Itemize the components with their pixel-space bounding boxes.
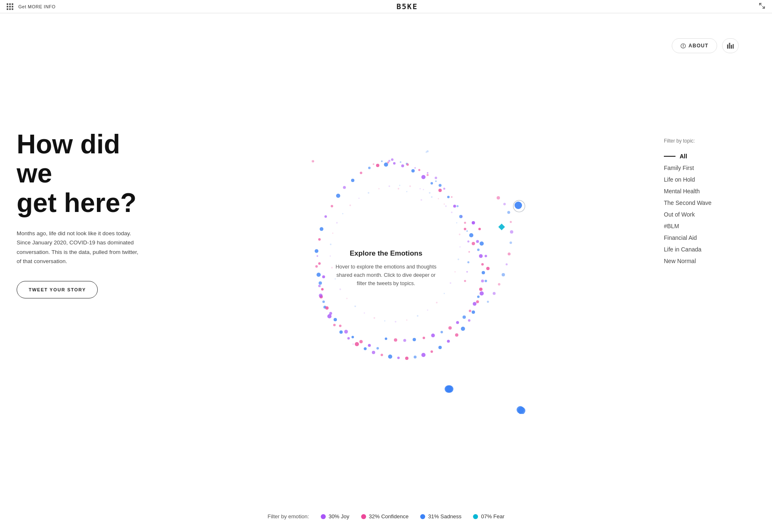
svg-point-26 xyxy=(478,228,481,230)
grid-icon[interactable] xyxy=(7,3,13,10)
filter-item-family-first[interactable]: Family First xyxy=(664,162,747,174)
svg-rect-2 xyxy=(729,43,730,49)
svg-point-116 xyxy=(482,271,485,274)
svg-point-170 xyxy=(384,320,386,322)
sadness-label: 31% Sadness xyxy=(428,513,461,520)
svg-point-41 xyxy=(431,350,433,353)
svg-point-138 xyxy=(388,160,391,162)
svg-point-101 xyxy=(339,325,341,327)
svg-point-29 xyxy=(480,241,484,246)
svg-point-69 xyxy=(451,196,453,198)
svg-point-171 xyxy=(374,317,375,319)
svg-point-159 xyxy=(459,234,460,235)
header-buttons: ABOUT xyxy=(672,38,739,53)
svg-point-184 xyxy=(359,198,360,199)
svg-point-91 xyxy=(317,255,318,257)
svg-point-72 xyxy=(464,222,466,224)
emotion-sadness[interactable]: 31% Sadness xyxy=(420,513,461,520)
svg-point-53 xyxy=(333,324,336,326)
svg-point-126 xyxy=(431,334,435,337)
svg-point-10 xyxy=(411,169,415,172)
svg-point-96 xyxy=(319,294,323,298)
svg-point-58 xyxy=(317,273,321,277)
chart-button[interactable] xyxy=(722,38,739,53)
svg-point-162 xyxy=(455,271,456,273)
svg-point-123 xyxy=(456,321,459,324)
filter-item-new-normal[interactable]: New Normal xyxy=(664,255,747,267)
svg-point-68 xyxy=(443,188,445,190)
svg-point-65 xyxy=(414,167,416,169)
svg-point-193 xyxy=(445,205,447,207)
viz-canvas[interactable]: Explore the Emotions Hover to explore th… xyxy=(240,123,532,414)
svg-point-37 xyxy=(461,327,465,331)
svg-point-192 xyxy=(438,198,439,200)
svg-point-172 xyxy=(364,313,365,314)
filter-item-label: All xyxy=(680,153,687,160)
filter-item-second-wave[interactable]: The Second Wave xyxy=(664,197,747,209)
tweet-story-button[interactable]: TWEET YOUR STORY xyxy=(17,281,98,298)
svg-point-95 xyxy=(321,288,324,291)
svg-point-156 xyxy=(444,204,445,205)
svg-point-100 xyxy=(334,318,337,321)
svg-point-32 xyxy=(485,280,487,282)
svg-point-49 xyxy=(364,347,367,350)
filter-item-financial-aid[interactable]: Financial Aid xyxy=(664,232,747,244)
viz-desc: Hover to explore the emotions and though… xyxy=(332,263,440,288)
svg-point-52 xyxy=(339,330,343,334)
svg-point-121 xyxy=(469,310,471,312)
svg-point-28 xyxy=(476,240,479,243)
viz-center-text: Explore the Emotions Hover to explore th… xyxy=(332,249,440,288)
about-button[interactable]: ABOUT xyxy=(672,38,717,53)
svg-point-36 xyxy=(468,319,470,322)
svg-rect-4 xyxy=(733,44,734,49)
svg-point-118 xyxy=(479,288,482,291)
svg-point-34 xyxy=(476,300,479,303)
filter-item-blm[interactable]: #BLM xyxy=(664,220,747,232)
svg-point-106 xyxy=(376,347,379,350)
main-heading: How did we get here? xyxy=(17,130,158,217)
svg-point-127 xyxy=(423,337,425,339)
filter-item-mental-health[interactable]: Mental Health xyxy=(664,185,747,197)
svg-point-20 xyxy=(453,205,456,208)
svg-point-14 xyxy=(351,179,354,182)
svg-point-113 xyxy=(477,249,480,251)
svg-point-35 xyxy=(472,310,475,314)
joy-label: 30% Joy xyxy=(329,513,349,520)
svg-point-40 xyxy=(438,346,442,349)
filter-item-label: #BLM xyxy=(664,223,679,229)
svg-point-11 xyxy=(360,172,362,174)
about-label: ABOUT xyxy=(688,43,708,49)
svg-point-151 xyxy=(421,199,422,201)
emotion-confidence[interactable]: 32% Confidence xyxy=(361,513,408,520)
filter-item-all[interactable]: All xyxy=(664,150,747,162)
viz-area[interactable]: Explore the Emotions Hover to explore th… xyxy=(158,38,614,499)
emotion-joy[interactable]: 30% Joy xyxy=(321,513,349,520)
svg-point-47 xyxy=(381,354,383,356)
svg-point-78 xyxy=(464,280,466,282)
svg-point-103 xyxy=(351,336,354,338)
svg-point-67 xyxy=(435,180,437,182)
filter-item-life-in-canada[interactable]: Life in Canada xyxy=(664,244,747,255)
svg-point-191 xyxy=(429,192,431,194)
filter-item-out-of-work[interactable]: Out of Work xyxy=(664,209,747,220)
svg-point-188 xyxy=(399,185,401,186)
svg-point-93 xyxy=(322,276,325,278)
svg-point-129 xyxy=(403,339,406,342)
svg-point-154 xyxy=(423,189,424,190)
svg-point-22 xyxy=(324,215,327,218)
svg-point-139 xyxy=(497,196,500,200)
svg-point-51 xyxy=(347,337,350,340)
svg-point-150 xyxy=(487,301,489,303)
svg-point-136 xyxy=(406,163,409,166)
svg-point-76 xyxy=(468,261,470,264)
get-more-info-link[interactable]: Get MORE INFO xyxy=(18,4,56,9)
svg-point-115 xyxy=(481,263,484,266)
emotion-fear[interactable]: 07% Fear xyxy=(473,513,504,520)
svg-point-61 xyxy=(381,160,383,162)
description: Months ago, life did not look like it do… xyxy=(17,229,141,266)
svg-point-141 xyxy=(507,211,510,214)
minimize-button[interactable] xyxy=(759,2,765,11)
filter-item-life-on-hold[interactable]: Life on Hold xyxy=(664,174,747,185)
confidence-label: 32% Confidence xyxy=(369,513,408,520)
svg-point-194 xyxy=(446,385,453,393)
